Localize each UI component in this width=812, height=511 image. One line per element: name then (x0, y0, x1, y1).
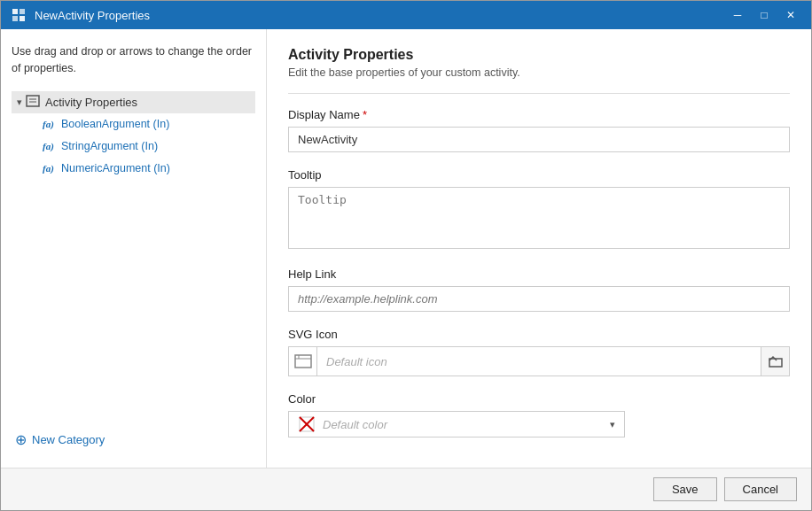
window-controls: ─ □ ✕ (726, 5, 802, 25)
svg-rect-1 (20, 9, 25, 14)
tooltip-group: Tooltip (288, 168, 790, 252)
svg-icon-label: SVG Icon (288, 328, 790, 341)
color-placeholder-text: Default color (323, 418, 610, 431)
main-panel: Activity Properties Edit the base proper… (267, 29, 811, 468)
tree-children: fa) BooleanArgument (In) fa) StringArgum… (12, 113, 255, 180)
plus-circle-icon: ⊕ (15, 431, 27, 448)
activity-properties-icon (26, 95, 40, 110)
svg-icon-field: Default icon (288, 346, 790, 376)
svg-text:fa): fa) (43, 141, 54, 151)
content-area: Use drag and drop or arrows to change th… (1, 29, 811, 468)
svg-text:fa): fa) (43, 163, 54, 174)
tree-chevron-icon: ▾ (17, 97, 22, 108)
display-name-input[interactable] (288, 127, 790, 152)
tooltip-input[interactable] (288, 187, 790, 249)
color-chevron-icon: ▾ (610, 419, 615, 430)
arg-icon-0: fa) (42, 117, 56, 132)
color-label: Color (288, 392, 790, 406)
sidebar-instructions: Use drag and drop or arrows to change th… (12, 43, 255, 77)
tree-child-label-1: StringArgument (In) (61, 140, 158, 152)
color-group: Color Default color ▾ (288, 392, 790, 437)
svg-rect-4 (27, 96, 39, 106)
tree-child-item-2[interactable]: fa) NumericArgument (In) (36, 158, 255, 180)
new-category-label: New Category (32, 433, 105, 446)
sidebar: Use drag and drop or arrows to change th… (1, 29, 267, 468)
display-name-label: Display Name * (288, 108, 790, 121)
arg-icon-1: fa) (42, 139, 56, 154)
tree-child-item-0[interactable]: fa) BooleanArgument (In) (36, 113, 255, 135)
display-name-group: Display Name * (288, 108, 790, 152)
help-link-group: Help Link (288, 267, 790, 312)
window: NewActivity Properties ─ □ ✕ Use drag an… (0, 0, 812, 511)
svg-rect-10 (295, 355, 311, 368)
required-indicator: * (363, 108, 367, 121)
svg-icon-preview (289, 347, 317, 376)
panel-title: Activity Properties (288, 47, 790, 63)
minimize-button[interactable]: ─ (726, 5, 749, 25)
tooltip-label: Tooltip (288, 168, 790, 182)
svg-icon-placeholder-text: Default icon (317, 350, 761, 374)
save-button[interactable]: Save (653, 477, 717, 501)
help-link-input[interactable] (288, 286, 790, 312)
color-swatch-icon (298, 415, 316, 433)
cancel-button[interactable]: Cancel (724, 477, 797, 501)
svg-text:fa): fa) (43, 119, 54, 129)
tree-root-label: Activity Properties (45, 96, 137, 109)
tree-section: ▾ Activity Properties (12, 91, 255, 420)
titlebar: NewActivity Properties ─ □ ✕ (1, 1, 811, 29)
svg-icon-group: SVG Icon Default icon (288, 328, 790, 376)
arg-icon-2: fa) (42, 161, 56, 176)
tree-root-item[interactable]: ▾ Activity Properties (12, 91, 255, 113)
svg-icon-browse-button[interactable] (761, 347, 789, 376)
tree-child-item-1[interactable]: fa) StringArgument (In) (36, 135, 255, 158)
close-button[interactable]: ✕ (779, 5, 802, 25)
color-select[interactable]: Default color ▾ (288, 411, 625, 437)
maximize-button[interactable]: □ (753, 5, 776, 25)
tree-child-label-0: BooleanArgument (In) (61, 118, 169, 130)
svg-rect-2 (12, 16, 18, 21)
svg-rect-0 (12, 9, 18, 14)
divider (288, 93, 790, 94)
app-icon (10, 6, 27, 24)
tree-child-label-2: NumericArgument (In) (61, 162, 170, 174)
svg-rect-3 (20, 16, 25, 21)
footer: Save Cancel (1, 468, 811, 510)
new-category-button[interactable]: ⊕ New Category (12, 426, 255, 453)
panel-subtitle: Edit the base properties of your custom … (288, 66, 790, 79)
help-link-label: Help Link (288, 267, 790, 281)
window-title: NewActivity Properties (35, 9, 726, 22)
